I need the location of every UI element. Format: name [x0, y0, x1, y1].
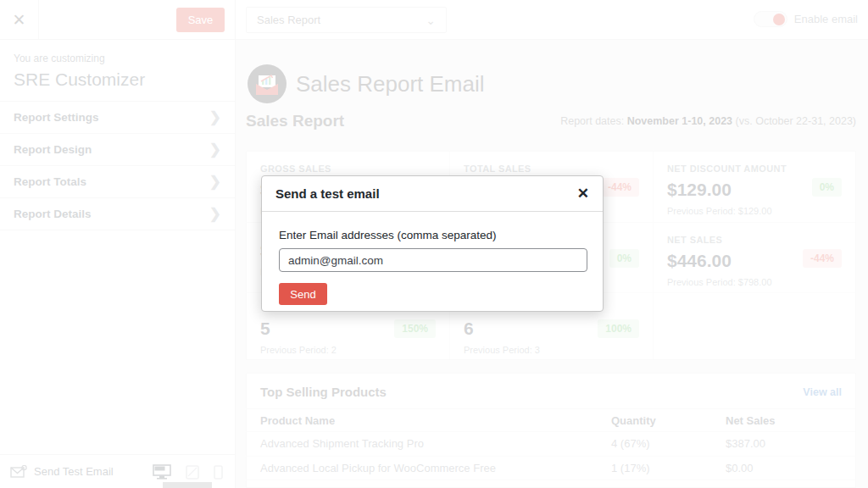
send-test-email-modal: Send a test email ✕ Enter Email addresse…: [261, 175, 604, 312]
email-addresses-label: Enter Email addresses (comma separated): [279, 229, 586, 241]
send-button[interactable]: Send: [279, 283, 327, 305]
modal-title: Send a test email: [275, 186, 380, 201]
modal-body: Enter Email addresses (comma separated) …: [262, 212, 603, 305]
modal-header: Send a test email ✕: [262, 176, 603, 212]
email-addresses-input[interactable]: [279, 248, 587, 272]
modal-close-icon[interactable]: ✕: [577, 186, 589, 201]
